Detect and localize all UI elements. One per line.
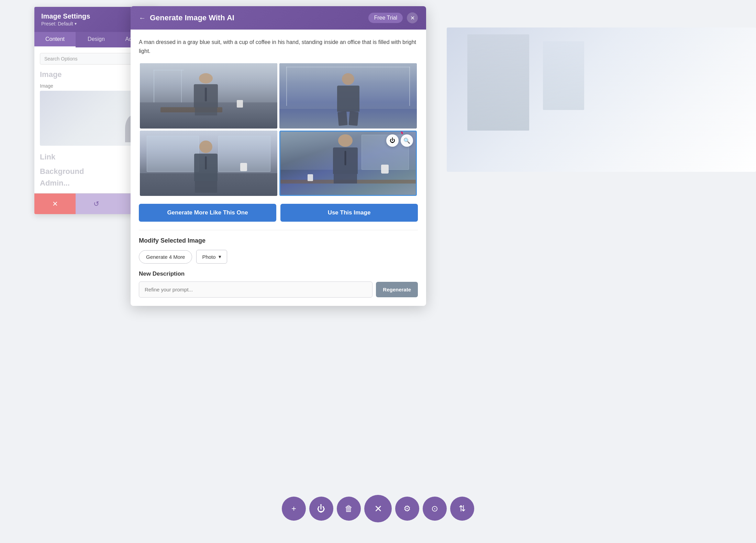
modify-title: Modify Selected Image — [139, 237, 418, 244]
search-icon: 🔍 — [403, 137, 410, 144]
image-grid: ⏻ 🔍 — [139, 62, 418, 197]
ai-dialog: ← Generate Image With AI Free Trial ✕ A … — [131, 6, 426, 306]
prompt-description: A man dressed in a gray blue suit, with … — [139, 38, 418, 55]
tab-design[interactable]: Design — [76, 32, 117, 47]
toolbar-adjust-button[interactable]: ⇅ — [450, 497, 474, 521]
undo-button[interactable]: ↺ — [76, 193, 117, 214]
toolbar-settings-button[interactable]: ⚙ — [395, 497, 419, 521]
toolbar-add-button[interactable]: + — [282, 497, 306, 521]
dialog-back-arrow[interactable]: ← — [139, 14, 146, 22]
zoom-image-icon[interactable]: 🔍 — [401, 134, 413, 147]
sidebar-title: Image Settings — [41, 12, 90, 20]
dialog-title-area: ← Generate Image With AI — [139, 13, 234, 22]
free-trial-badge[interactable]: Free Trial — [368, 13, 403, 23]
grid-image-4[interactable]: ⏻ 🔍 — [279, 131, 417, 196]
sidebar-title-area: Image Settings Preset: Default — [41, 12, 90, 26]
refine-input-area: Regenerate — [139, 281, 418, 298]
use-image-button[interactable]: Use This Image — [280, 204, 418, 222]
image-overlay-icons: ⏻ 🔍 — [386, 134, 413, 147]
action-buttons: Generate More Like This One Use This Ima… — [139, 204, 418, 222]
bottom-toolbar: + ⏻ 🗑 ✕ ⚙ ⊙ ⇅ — [282, 495, 474, 522]
toolbar-history-button[interactable]: ⊙ — [423, 497, 447, 521]
select-image-icon[interactable]: ⏻ — [386, 134, 399, 147]
photo-1 — [140, 63, 277, 129]
photo-type-select[interactable]: Photo ▾ — [196, 250, 227, 264]
generate-4-button[interactable]: Generate 4 More — [139, 250, 192, 264]
photo-3 — [140, 131, 277, 196]
power-icon: ⏻ — [390, 137, 395, 144]
dialog-header: ← Generate Image With AI Free Trial ✕ — [131, 6, 426, 30]
cancel-button[interactable]: ✕ — [34, 193, 76, 214]
refine-prompt-input[interactable] — [139, 281, 373, 298]
modify-controls: Generate 4 More Photo ▾ — [139, 250, 418, 264]
chevron-down-icon: ▾ — [219, 254, 221, 260]
generate-more-button[interactable]: Generate More Like This One — [139, 204, 276, 222]
photo-type-label: Photo — [202, 254, 215, 260]
toolbar-delete-button[interactable]: 🗑 — [337, 497, 361, 521]
tab-content[interactable]: Content — [34, 32, 76, 47]
grid-image-1[interactable] — [140, 63, 277, 129]
photo-2 — [279, 63, 417, 129]
dialog-close-button[interactable]: ✕ — [407, 12, 418, 23]
grid-image-3[interactable] — [140, 131, 277, 196]
toolbar-power-button[interactable]: ⏻ — [309, 497, 333, 521]
regenerate-button[interactable]: Regenerate — [376, 282, 418, 297]
sidebar-preset[interactable]: Preset: Default — [41, 21, 90, 26]
dialog-header-right: Free Trial ✕ — [368, 12, 418, 23]
toolbar-close-button[interactable]: ✕ — [364, 495, 392, 522]
grid-image-2[interactable] — [279, 63, 417, 129]
background-office-image — [447, 27, 756, 172]
dialog-title: Generate Image With AI — [150, 13, 234, 22]
new-description-label: New Description — [139, 270, 418, 277]
dialog-body: A man dressed in a gray blue suit, with … — [131, 30, 426, 306]
modify-section: Modify Selected Image Generate 4 More Ph… — [139, 230, 418, 298]
